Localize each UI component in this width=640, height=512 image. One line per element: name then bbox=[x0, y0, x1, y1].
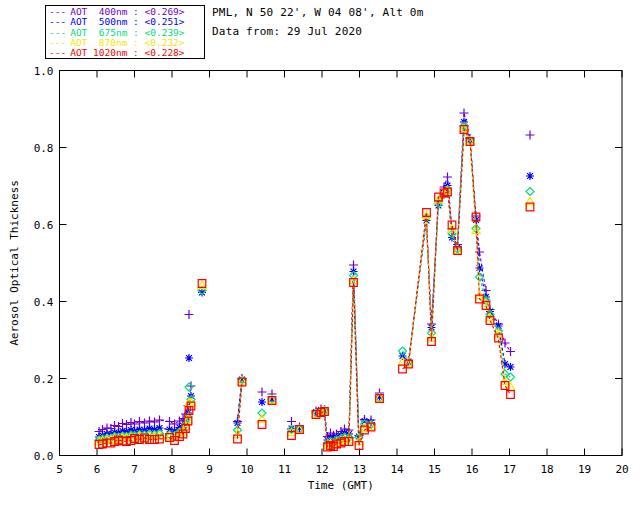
x-tick-label: 10 bbox=[240, 463, 253, 476]
series-markers-aot-1020nm bbox=[95, 126, 534, 451]
y-tick-label: 0.4 bbox=[34, 296, 54, 309]
series-line-aot-675nm bbox=[316, 275, 371, 443]
series-markers-aot-675nm bbox=[95, 122, 534, 447]
x-tick-label: 9 bbox=[206, 463, 213, 476]
series-markers-aot-870nm bbox=[95, 124, 534, 448]
plot-area: 5678910111213141516171819200.00.20.40.60… bbox=[0, 0, 640, 512]
x-tick-label: 18 bbox=[540, 463, 553, 476]
x-axis-title: Time (GMT) bbox=[308, 479, 374, 492]
x-tick-label: 5 bbox=[56, 463, 63, 476]
x-tick-label: 19 bbox=[578, 463, 591, 476]
x-tick-label: 13 bbox=[353, 463, 366, 476]
axes-box bbox=[60, 71, 623, 456]
y-axis-title: Aerosol Optical Thickness bbox=[8, 180, 21, 346]
x-tick-label: 12 bbox=[315, 463, 328, 476]
x-tick-label: 7 bbox=[131, 463, 138, 476]
x-tick-label: 14 bbox=[390, 463, 404, 476]
x-tick-label: 11 bbox=[278, 463, 291, 476]
y-tick-label: 0.6 bbox=[34, 219, 54, 232]
y-tick-label: 0.0 bbox=[34, 450, 54, 463]
series-line-aot-870nm bbox=[316, 280, 371, 445]
x-tick-label: 20 bbox=[615, 463, 628, 476]
series-markers-aot-400nm bbox=[95, 109, 535, 442]
series-markers-aot-500nm bbox=[95, 118, 534, 444]
y-tick-label: 0.8 bbox=[34, 142, 54, 155]
x-tick-label: 16 bbox=[465, 463, 478, 476]
y-tick-label: 1.0 bbox=[34, 65, 54, 78]
aot-plot-screen: ---AOT 400nm : <0.269>---AOT 500nm : <0.… bbox=[0, 0, 640, 512]
series-line-aot-870nm bbox=[403, 128, 511, 387]
series-line-aot-1020nm bbox=[403, 129, 511, 394]
x-tick-label: 6 bbox=[94, 463, 101, 476]
y-tick-label: 0.2 bbox=[34, 373, 54, 386]
x-tick-label: 17 bbox=[503, 463, 516, 476]
x-tick-label: 15 bbox=[428, 463, 441, 476]
x-tick-label: 8 bbox=[169, 463, 176, 476]
